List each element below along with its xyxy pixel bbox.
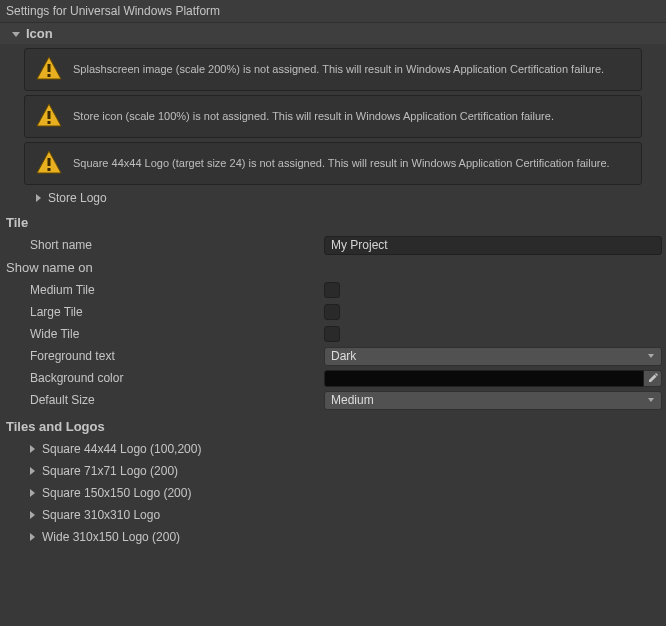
warning-icon — [35, 102, 63, 131]
triangle-down-icon — [10, 29, 22, 39]
triangle-right-icon — [26, 532, 38, 542]
logo-item-label: Square 71x71 Logo (200) — [42, 464, 178, 478]
icon-section-header[interactable]: Icon — [0, 23, 666, 44]
eyedropper-button[interactable] — [644, 370, 662, 387]
foreground-text-value: Dark — [331, 349, 356, 363]
color-swatch[interactable] — [324, 370, 644, 387]
foreground-text-row: Foreground text Dark — [0, 345, 666, 367]
svg-rect-0 — [48, 64, 51, 72]
default-size-label: Default Size — [4, 393, 324, 407]
warning-box: Square 44x44 Logo (target size 24) is no… — [24, 142, 642, 185]
triangle-right-icon — [26, 444, 38, 454]
medium-tile-label: Medium Tile — [4, 283, 324, 297]
wide-tile-row: Wide Tile — [0, 323, 666, 345]
large-tile-label: Large Tile — [4, 305, 324, 319]
store-logo-foldout[interactable]: Store Logo — [4, 189, 662, 207]
svg-rect-2 — [48, 111, 51, 119]
default-size-value: Medium — [331, 393, 374, 407]
triangle-right-icon — [26, 488, 38, 498]
logo-foldout-row[interactable]: Square 150x150 Logo (200) — [0, 482, 666, 504]
triangle-right-icon — [26, 466, 38, 476]
eyedropper-icon — [647, 372, 659, 384]
logo-foldout-row[interactable]: Square 71x71 Logo (200) — [0, 460, 666, 482]
logo-item-label: Square 150x150 Logo (200) — [42, 486, 191, 500]
warning-text: Square 44x44 Logo (target size 24) is no… — [73, 156, 610, 171]
logo-foldout-row[interactable]: Wide 310x150 Logo (200) — [0, 526, 666, 548]
large-tile-checkbox[interactable] — [324, 304, 340, 320]
short-name-row: Short name — [0, 234, 666, 256]
logo-item-label: Square 44x44 Logo (100,200) — [42, 442, 201, 456]
warning-text: Store icon (scale 100%) is not assigned.… — [73, 109, 554, 124]
default-size-dropdown[interactable]: Medium — [324, 391, 662, 410]
chevron-down-icon — [647, 396, 655, 404]
background-color-row: Background color — [0, 367, 666, 389]
settings-title: Settings for Universal Windows Platform — [6, 4, 220, 18]
tile-heading: Tile — [0, 211, 666, 234]
short-name-label: Short name — [4, 238, 324, 252]
warning-box: Splashscreen image (scale 200%) is not a… — [24, 48, 642, 91]
svg-rect-4 — [48, 158, 51, 166]
wide-tile-label: Wide Tile — [4, 327, 324, 341]
store-logo-label: Store Logo — [48, 191, 107, 205]
foreground-text-label: Foreground text — [4, 349, 324, 363]
warning-icon — [35, 55, 63, 84]
warning-text: Splashscreen image (scale 200%) is not a… — [73, 62, 604, 77]
svg-rect-1 — [48, 74, 51, 77]
logo-item-label: Wide 310x150 Logo (200) — [42, 530, 180, 544]
icon-section-title: Icon — [26, 26, 53, 41]
background-color-label: Background color — [4, 371, 324, 385]
icon-section-content: Splashscreen image (scale 200%) is not a… — [0, 48, 666, 207]
logo-item-label: Square 310x310 Logo — [42, 508, 160, 522]
show-name-on-label: Show name on — [0, 256, 666, 279]
chevron-down-icon — [647, 352, 655, 360]
logo-foldout-row[interactable]: Square 44x44 Logo (100,200) — [0, 438, 666, 460]
foreground-text-dropdown[interactable]: Dark — [324, 347, 662, 366]
svg-rect-5 — [48, 168, 51, 171]
tiles-logos-heading: Tiles and Logos — [0, 415, 666, 438]
logo-foldout-row[interactable]: Square 310x310 Logo — [0, 504, 666, 526]
warning-icon — [35, 149, 63, 178]
wide-tile-checkbox[interactable] — [324, 326, 340, 342]
short-name-input[interactable] — [324, 236, 662, 255]
default-size-row: Default Size Medium — [0, 389, 666, 411]
svg-rect-3 — [48, 121, 51, 124]
warning-box: Store icon (scale 100%) is not assigned.… — [24, 95, 642, 138]
background-color-field[interactable] — [324, 369, 662, 388]
large-tile-row: Large Tile — [0, 301, 666, 323]
medium-tile-checkbox[interactable] — [324, 282, 340, 298]
triangle-right-icon — [26, 510, 38, 520]
settings-header: Settings for Universal Windows Platform — [0, 0, 666, 23]
medium-tile-row: Medium Tile — [0, 279, 666, 301]
triangle-right-icon — [32, 193, 44, 203]
